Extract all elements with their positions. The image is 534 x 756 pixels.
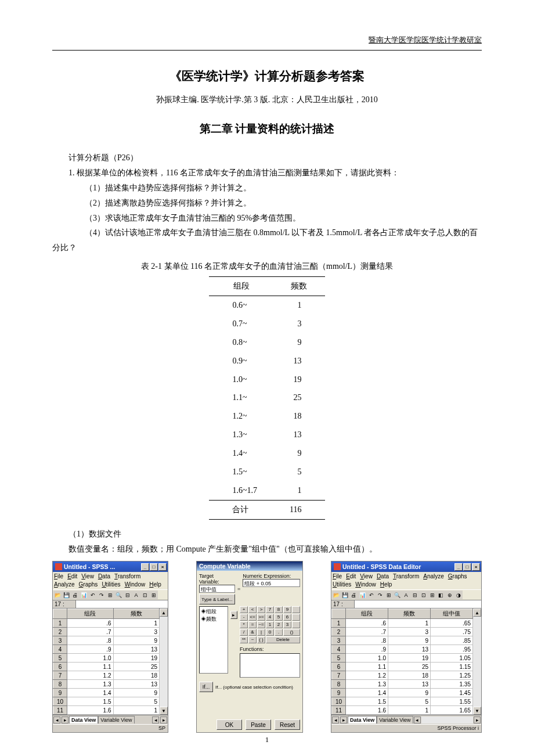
minimize-button[interactable]: _: [141, 563, 149, 571]
cell[interactable]: 18: [113, 671, 160, 680]
cell[interactable]: 1.25: [431, 671, 473, 680]
row-num[interactable]: 7: [53, 671, 67, 680]
keypad-btn[interactable]: 9: [283, 606, 291, 613]
keypad-btn[interactable]: 1: [266, 621, 274, 628]
menu-utilities[interactable]: Utilities: [333, 581, 351, 589]
cell[interactable]: 18: [388, 671, 431, 680]
row-num[interactable]: 1: [332, 619, 346, 628]
cell[interactable]: .6: [346, 619, 388, 628]
row-num[interactable]: 8: [332, 680, 346, 689]
expr-input[interactable]: 组段 + 0.05: [243, 579, 300, 587]
cell[interactable]: 13: [113, 680, 160, 689]
keypad-btn[interactable]: >: [257, 606, 265, 613]
keypad-btn[interactable]: 5: [275, 614, 283, 621]
col-freq-1[interactable]: 频数: [113, 609, 160, 619]
var-listbox[interactable]: ◈组段 ◈频数: [199, 606, 228, 674]
cell[interactable]: 1.0: [67, 654, 114, 663]
keypad-btn[interactable]: 7: [266, 606, 274, 613]
tool-f-icon[interactable]: ◑: [454, 591, 463, 599]
cell[interactable]: 1.2: [67, 671, 114, 680]
var-item[interactable]: ◈组段: [201, 608, 226, 615]
cell[interactable]: 1.1: [67, 663, 114, 671]
ok-button[interactable]: OK: [217, 719, 242, 730]
keypad-delete[interactable]: Delete: [266, 636, 300, 643]
titlebar-1[interactable]: Untitled - SPSS ... _ □ ×: [53, 561, 168, 572]
keypad-btn[interactable]: 6: [283, 614, 291, 621]
keypad-btn[interactable]: >=: [257, 614, 265, 621]
cell[interactable]: 1.6: [346, 706, 388, 715]
cell[interactable]: 1.5: [346, 697, 388, 706]
menubar-1[interactable]: File Edit View Data Transform Analyze Gr…: [53, 572, 168, 589]
keypad-btn[interactable]: ~: [248, 636, 257, 643]
menu-window[interactable]: Window: [125, 581, 146, 589]
row-num[interactable]: 5: [53, 654, 67, 663]
keypad-btn[interactable]: 0: [266, 629, 274, 636]
tool-goto-icon[interactable]: ⊞: [384, 591, 393, 599]
tool-open-icon[interactable]: 📂: [332, 591, 341, 599]
row-num[interactable]: 6: [53, 663, 67, 671]
tool-c-icon[interactable]: ⊞: [428, 591, 436, 599]
keypad-btn[interactable]: ~=: [257, 621, 265, 628]
row-num[interactable]: 9: [332, 689, 346, 697]
menu-graphs[interactable]: Graphs: [79, 581, 98, 589]
cell[interactable]: 1: [388, 619, 431, 628]
cell[interactable]: .7: [346, 628, 388, 636]
keypad-btn[interactable]: <=: [248, 614, 257, 621]
tool-undo-icon[interactable]: ↶: [367, 591, 376, 599]
cell[interactable]: 1.4: [346, 689, 388, 697]
cell[interactable]: 1: [113, 706, 160, 715]
cell[interactable]: 1: [388, 706, 431, 715]
menu-edit[interactable]: Edit: [67, 573, 77, 581]
tool-find-icon[interactable]: 🔍: [393, 591, 402, 599]
tab-variable-view[interactable]: Variable View: [98, 716, 134, 723]
row-num[interactable]: 3: [332, 636, 346, 645]
row-num[interactable]: 4: [332, 645, 346, 654]
menu-window[interactable]: Window: [355, 581, 376, 589]
tool-open-icon[interactable]: 📂: [53, 591, 62, 599]
cell[interactable]: 13: [388, 645, 431, 654]
cell[interactable]: 5: [388, 697, 431, 706]
tool-redo-icon[interactable]: ↷: [376, 591, 384, 599]
minimize-button[interactable]: _: [454, 563, 463, 571]
menu-transform[interactable]: Transform: [114, 573, 140, 581]
cell[interactable]: 1.4: [67, 689, 114, 697]
cell[interactable]: 1.35: [431, 680, 473, 689]
keypad-btn[interactable]: *: [240, 621, 248, 628]
cell[interactable]: 1.5: [67, 697, 114, 706]
scroll-up-icon[interactable]: ▲: [160, 609, 168, 617]
menu-data[interactable]: Data: [98, 573, 110, 581]
close-button[interactable]: ×: [472, 563, 480, 571]
tool-chart-icon[interactable]: 📊: [358, 591, 367, 599]
tool-goto-icon[interactable]: ⊞: [106, 591, 114, 599]
hscroll-l-icon[interactable]: ◂: [152, 717, 159, 723]
cell[interactable]: .95: [431, 645, 473, 654]
keypad-btn[interactable]: |: [257, 629, 265, 636]
cell[interactable]: .7: [67, 628, 114, 636]
row-num[interactable]: 6: [332, 663, 346, 671]
dialog-title[interactable]: Compute Variable: [197, 561, 302, 571]
row-num[interactable]: 2: [53, 628, 67, 636]
keypad-btn[interactable]: [292, 606, 300, 613]
tool-save-icon[interactable]: 💾: [62, 591, 71, 599]
cell[interactable]: .65: [431, 619, 473, 628]
menu-data[interactable]: Data: [377, 573, 389, 581]
nav-last-icon[interactable]: ▸: [340, 717, 347, 723]
cell[interactable]: 1.1: [346, 663, 388, 671]
cell[interactable]: .85: [431, 636, 473, 645]
cell[interactable]: 13: [113, 645, 160, 654]
cell[interactable]: 1.3: [67, 680, 114, 689]
maximize-button[interactable]: □: [150, 563, 158, 571]
cell[interactable]: 3: [113, 628, 160, 636]
cell[interactable]: 25: [388, 663, 431, 671]
tool-save-icon[interactable]: 💾: [341, 591, 349, 599]
menu-file[interactable]: File: [54, 573, 63, 581]
keypad-btn[interactable]: 8: [275, 606, 283, 613]
cell[interactable]: .75: [431, 628, 473, 636]
cell[interactable]: 1.05: [431, 654, 473, 663]
cell[interactable]: 3: [388, 628, 431, 636]
menu-file[interactable]: File: [333, 573, 342, 581]
cell[interactable]: 1.65: [431, 706, 473, 715]
row-num[interactable]: 7: [332, 671, 346, 680]
nav-first-icon[interactable]: ◂: [332, 717, 339, 723]
menu-view[interactable]: View: [360, 573, 373, 581]
